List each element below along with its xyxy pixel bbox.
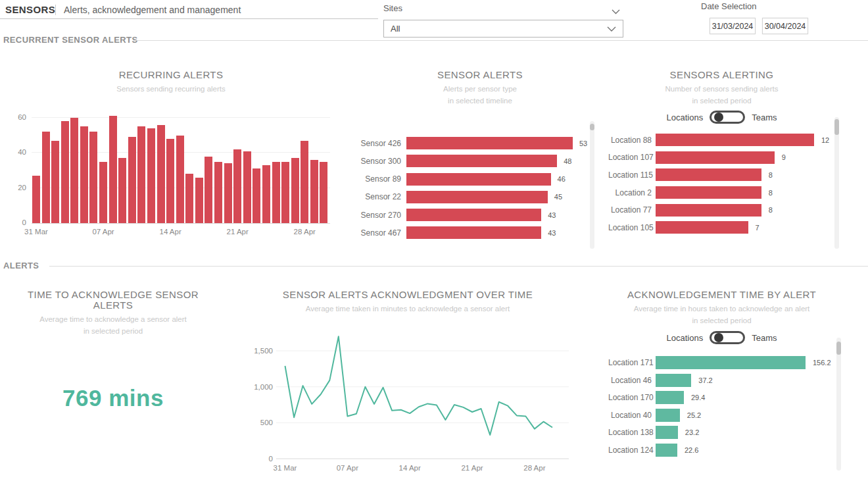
bar[interactable] [147,128,155,223]
bar[interactable] [61,121,69,223]
chart-row: Location 8812 [608,134,829,146]
chart-row: Location 1057 [608,221,829,234]
category-label: Sensor 89 [349,174,401,184]
chart-subtitle: Number of sensors sending alerts [608,84,835,93]
bar[interactable] [70,118,78,223]
line-series[interactable] [285,336,553,435]
category-label: Sensor 300 [349,157,401,166]
bar[interactable] [406,173,551,186]
bar[interactable] [224,163,232,223]
bar[interactable] [406,226,541,239]
bar[interactable] [656,391,684,404]
value-label: 25.2 [687,411,701,419]
section-divider [133,40,868,41]
bar[interactable] [233,149,241,223]
bar[interactable] [185,174,193,223]
x-axis-tick-label: 07 Apr [87,227,119,236]
chart-subtitle: Sensors sending recurring alerts [13,84,329,93]
bar[interactable] [80,126,88,223]
bar[interactable] [253,168,260,223]
bar-rows: Sensor 42653Sensor 30048Sensor 8946Senso… [349,137,587,239]
acknowledgement-time-chart: ACKNOWLEDGEMENT TIME BY ALERT Average ti… [608,290,835,325]
section-divider [49,266,868,267]
bar[interactable] [656,134,814,146]
date-start-input[interactable]: 31/03/2024 [710,18,756,34]
chart-title: RECURRING ALERTS [13,70,329,80]
value-label: 9 [782,153,786,161]
bar[interactable] [406,155,557,167]
chart-subtitle: Average time taken in minutes to acknowl… [263,304,552,313]
bar[interactable] [51,141,59,223]
scrollbar-thumb[interactable] [834,119,839,135]
value-label: 12 [821,136,829,144]
chart-subtitle: Average time in hours taken to acknowled… [608,304,835,313]
chart-title: TIME TO ACKNOWLEDGE SENSOR ALERTS [8,290,218,311]
bar[interactable] [89,132,97,223]
chart-row: Location 778 [608,204,829,217]
bar[interactable] [262,165,270,223]
locations-teams-toggle[interactable] [710,111,745,124]
chart-row: Sensor 2245 [349,191,587,203]
bar[interactable] [656,426,678,439]
scrollbar[interactable] [834,117,839,249]
chart-row: Location 13823.2 [608,426,831,439]
bar[interactable] [109,116,117,223]
bar[interactable] [137,126,145,223]
scrollbar[interactable] [590,121,594,249]
bar[interactable] [320,162,327,223]
bar[interactable] [656,444,677,457]
scrollbar-thumb[interactable] [590,124,594,130]
toggle-left-label: Locations [667,113,704,122]
chart-row: Location 17029.4 [608,391,831,404]
bar[interactable] [291,158,299,223]
bar[interactable] [166,139,174,223]
value-label: 45 [554,193,562,201]
bar[interactable] [406,137,573,149]
bar[interactable] [656,409,680,422]
y-axis-tick-label: 0 [8,218,26,227]
chart-row: Sensor 46743 [349,226,587,239]
bar[interactable] [176,136,184,223]
chart-row: Location 171156.2 [608,356,831,369]
bar[interactable] [272,162,280,223]
sites-slicer-label: Sites [383,3,402,13]
bar[interactable] [656,204,761,217]
bar[interactable] [656,374,691,387]
chart-row: Location 28 [608,186,829,199]
value-label: 43 [548,211,556,219]
bar[interactable] [310,160,318,223]
category-label: Location 171 [608,358,652,367]
sites-dropdown[interactable]: All [383,20,623,38]
header-underline [0,18,378,19]
bar[interactable] [214,162,222,223]
scrollbar[interactable] [836,338,841,471]
bar[interactable] [301,141,308,223]
bar[interactable] [42,132,50,223]
bar[interactable] [656,221,748,234]
bar[interactable] [656,168,761,181]
bar[interactable] [157,125,165,223]
chart-row: Location 1079 [608,151,829,164]
date-end-input[interactable]: 30/04/2024 [762,18,808,34]
bar[interactable] [128,137,136,223]
bar[interactable] [118,158,126,223]
category-label: Sensor 467 [349,228,401,238]
bar[interactable] [99,162,107,223]
bar[interactable] [406,209,541,221]
scrollbar-thumb[interactable] [836,342,841,355]
chevron-down-icon[interactable] [612,5,620,17]
bar[interactable] [656,186,761,199]
locations-teams-toggle[interactable] [710,331,745,344]
toggle-right-label: Teams [752,113,777,122]
bar[interactable] [656,356,806,369]
bar[interactable] [656,151,775,164]
bar[interactable] [406,191,548,203]
bar[interactable] [195,178,203,223]
bar[interactable] [32,176,40,223]
bar[interactable] [243,151,251,223]
bar[interactable] [281,162,289,223]
chart-subtitle: in selected period [608,96,835,105]
bar[interactable] [205,157,212,223]
y-axis-tick-label: 40 [8,147,26,157]
line-chart-plot: 05001,0001,50031 Mar07 Apr14 Apr21 Apr28… [276,329,571,471]
